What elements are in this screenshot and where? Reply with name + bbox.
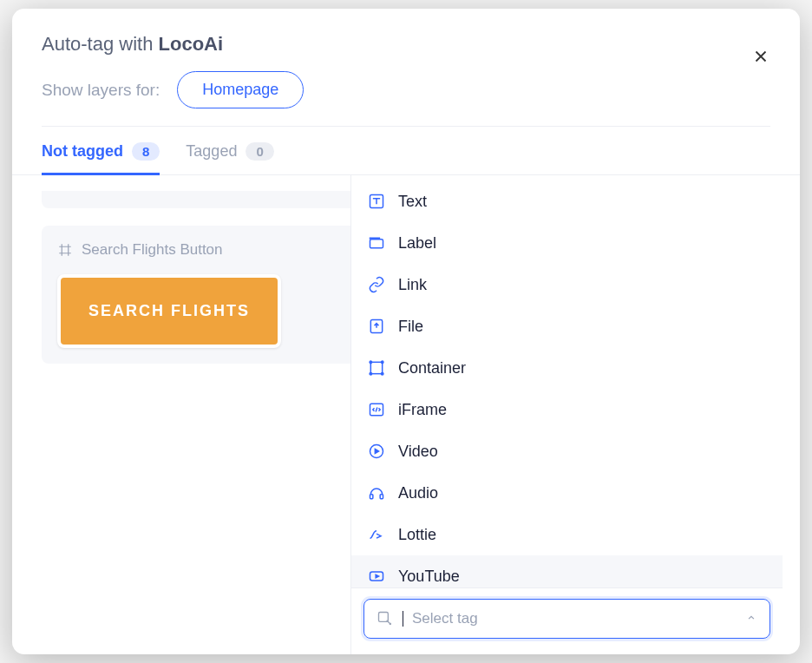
tag-option-iframe[interactable]: iFrame [351,389,783,430]
container-icon [367,358,386,377]
layer-name: Search Flights Button [82,241,223,259]
tabs: Not tagged 8 Tagged 0 [12,127,800,175]
svg-rect-10 [370,495,373,499]
frame-icon [57,242,73,258]
tag-option-audio[interactable]: Audio [351,472,783,514]
tag-option-lottie[interactable]: Lottie [351,514,783,555]
video-icon [367,442,386,461]
audio-icon [367,483,386,502]
tag-input-icon [377,610,394,627]
tag-option-label: Label [398,234,436,253]
tag-option-file[interactable]: File [351,305,783,347]
scope-select[interactable]: Homepage [177,71,304,108]
modal-title: Auto-tag with LocoAi [42,33,770,56]
link-icon [367,275,386,294]
autotag-modal: Auto-tag with LocoAi Show layers for: Ho… [12,9,800,654]
tag-dropdown-list[interactable]: TextLabelLinkFileContaineriFrameVideoAud… [351,175,783,588]
tag-select-input[interactable]: Select tag [363,599,770,639]
text-icon [367,192,386,211]
tag-option-video[interactable]: Video [351,430,783,472]
tag-option-label[interactable]: Label [351,222,783,264]
tab-count-badge: 8 [132,142,160,161]
layer-preview-button: SEARCH FLIGHTS [57,274,281,348]
tag-input-row: Select tag [351,588,783,654]
tag-option-label: Container [398,359,466,377]
tab-tagged[interactable]: Tagged 0 [186,142,273,174]
tag-option-label: Lottie [398,526,436,544]
tag-option-label: iFrame [398,401,447,419]
svg-point-7 [381,372,383,375]
tag-option-youtube[interactable]: YouTube [351,555,783,588]
scope-label: Show layers for: [42,81,160,100]
tab-not-tagged[interactable]: Not tagged 8 [42,142,160,174]
chevron-up-icon [745,612,757,627]
text-cursor [403,611,403,627]
tag-option-link[interactable]: Link [351,264,783,305]
svg-rect-11 [380,495,383,499]
svg-point-4 [370,361,372,364]
tag-dropdown-panel: TextLabelLinkFileContaineriFrameVideoAud… [350,175,783,654]
svg-rect-3 [370,362,382,373]
close-button[interactable] [748,43,774,69]
tag-option-label: Video [398,443,438,461]
tab-count-badge: 0 [246,142,273,161]
youtube-icon [367,567,386,586]
svg-point-6 [370,372,372,375]
layer-scope-row: Show layers for: Homepage [12,56,800,126]
tag-option-label: Audio [398,484,438,502]
tag-option-container[interactable]: Container [351,347,783,389]
svg-rect-1 [370,240,383,248]
tab-label: Not tagged [42,142,123,161]
tag-option-label: Text [398,193,427,211]
tag-input-placeholder: Select tag [412,610,478,627]
lottie-icon [367,525,386,544]
tag-option-label: Link [398,276,427,294]
tab-label: Tagged [186,142,237,161]
iframe-icon [367,400,386,419]
tag-option-label: YouTube [398,568,460,586]
svg-point-5 [381,361,383,364]
tag-option-label: File [398,318,423,336]
modal-body: Search Flights Button SEARCH FLIGHTS Tex… [12,175,800,654]
modal-header: Auto-tag with LocoAi [12,9,800,56]
label-icon [367,233,386,253]
tag-option-text[interactable]: Text [351,181,783,222]
file-icon [367,317,386,336]
